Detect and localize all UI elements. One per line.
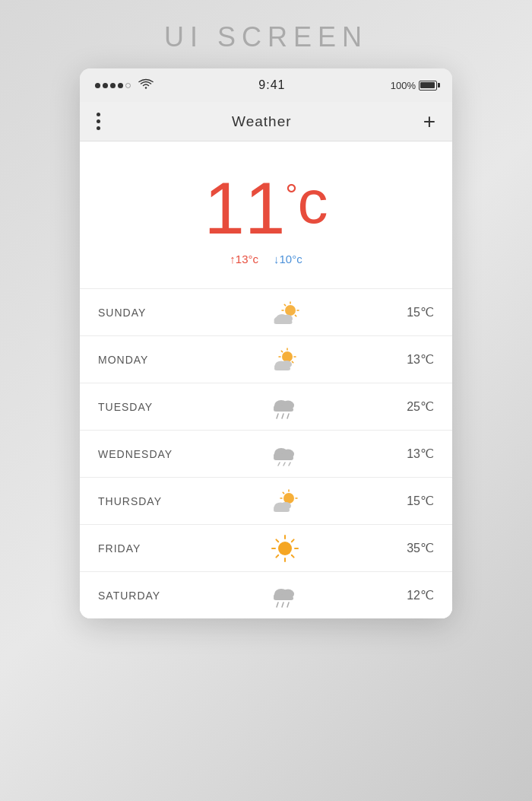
svg-line-6	[295, 315, 296, 316]
svg-line-16	[281, 351, 282, 351]
svg-line-34	[283, 462, 285, 466]
forecast-row-saturday: SATURDAY 12℃	[80, 571, 452, 618]
forecast-row-thursday: THURSDAY 15℃	[80, 477, 452, 524]
day-label: THURSDAY	[98, 495, 182, 507]
temp-number: 11	[204, 172, 286, 245]
forecast-row-sunday: SUNDAY	[80, 288, 452, 335]
svg-line-41	[283, 492, 283, 493]
signal-dot-5	[125, 83, 131, 88]
svg-point-36	[283, 493, 294, 504]
svg-line-59	[277, 602, 278, 607]
day-label: MONDAY	[98, 354, 182, 366]
temp-tuesday: 25℃	[388, 399, 434, 414]
menu-icon[interactable]	[97, 113, 100, 130]
temp-range: ↑13°c ↓10°c	[230, 253, 302, 265]
weather-icon-thursday	[266, 488, 304, 514]
wifi-icon	[138, 78, 154, 93]
temp-saturday: 12℃	[388, 588, 434, 602]
signal-dot-1	[95, 83, 100, 88]
status-right: 100%	[391, 80, 437, 91]
svg-line-26	[277, 414, 278, 418]
temp-low: ↓10°c	[274, 253, 302, 265]
signal-dot-4	[118, 83, 123, 88]
day-label: WEDNESDAY	[98, 448, 182, 460]
svg-point-46	[278, 542, 292, 555]
svg-rect-45	[274, 508, 290, 512]
temp-thursday: 15℃	[388, 494, 434, 508]
svg-point-11	[282, 351, 293, 362]
add-button[interactable]: +	[423, 111, 435, 132]
battery-percent: 100%	[391, 80, 416, 91]
status-bar: 9:41 100%	[80, 68, 452, 102]
temp-high: ↑13°c	[230, 253, 258, 265]
temp-sunday: 15℃	[388, 305, 434, 319]
svg-line-28	[287, 414, 289, 418]
day-label: SATURDAY	[98, 590, 182, 602]
svg-rect-10	[274, 320, 293, 324]
current-temperature: 11 ° c	[204, 172, 328, 245]
signal-dot-3	[110, 83, 116, 88]
forecast-row-tuesday: TUESDAY 25℃	[80, 383, 452, 430]
weather-icon-saturday	[266, 582, 304, 609]
svg-line-51	[276, 539, 278, 542]
day-label: SUNDAY	[98, 307, 182, 319]
svg-point-0	[285, 305, 296, 316]
day-label: TUESDAY	[98, 401, 182, 413]
svg-line-5	[284, 304, 285, 305]
svg-line-60	[282, 602, 283, 607]
svg-line-33	[278, 462, 280, 466]
svg-line-35	[289, 462, 290, 466]
svg-rect-25	[274, 408, 293, 412]
svg-line-52	[292, 555, 294, 557]
status-left	[95, 78, 154, 93]
signal-icon	[95, 83, 131, 88]
weather-icon-tuesday	[266, 393, 304, 421]
svg-rect-58	[274, 596, 293, 600]
current-temp-section: 11 ° c ↑13°c ↓10°c	[80, 141, 452, 288]
svg-rect-32	[274, 456, 293, 460]
svg-line-27	[282, 414, 283, 418]
weather-icon-monday	[266, 347, 304, 373]
forecast-list: SUNDAY	[80, 288, 452, 618]
battery-icon	[419, 81, 437, 91]
weather-icon-sunday	[266, 300, 304, 326]
weather-icon-friday	[266, 535, 304, 562]
temp-degree-symbol: °	[285, 180, 297, 210]
main-content: 11 ° c ↑13°c ↓10°c SUNDAY	[80, 141, 452, 618]
page-title: UI SCREEN	[164, 21, 368, 53]
signal-dot-2	[103, 83, 108, 88]
temp-unit: c	[297, 172, 328, 233]
temp-friday: 35℃	[388, 541, 434, 555]
status-time: 9:41	[258, 78, 285, 92]
nav-bar: Weather +	[80, 102, 452, 141]
day-label: FRIDAY	[98, 542, 182, 555]
svg-rect-21	[274, 367, 290, 370]
weather-icon-wednesday	[266, 441, 304, 467]
svg-line-61	[287, 602, 289, 607]
app-title: Weather	[232, 113, 291, 130]
svg-line-53	[292, 539, 294, 542]
forecast-row-wednesday: WEDNESDAY 13℃	[80, 430, 452, 477]
forecast-row-friday: FRIDAY 35℃	[80, 524, 452, 571]
phone-frame: 9:41 100% Weather + 11 ° c	[80, 68, 452, 618]
svg-line-17	[292, 361, 293, 362]
forecast-row-monday: MONDAY 13	[80, 335, 452, 383]
temp-monday: 13℃	[388, 352, 434, 367]
svg-line-54	[276, 555, 278, 557]
temp-wednesday: 13℃	[388, 447, 434, 461]
